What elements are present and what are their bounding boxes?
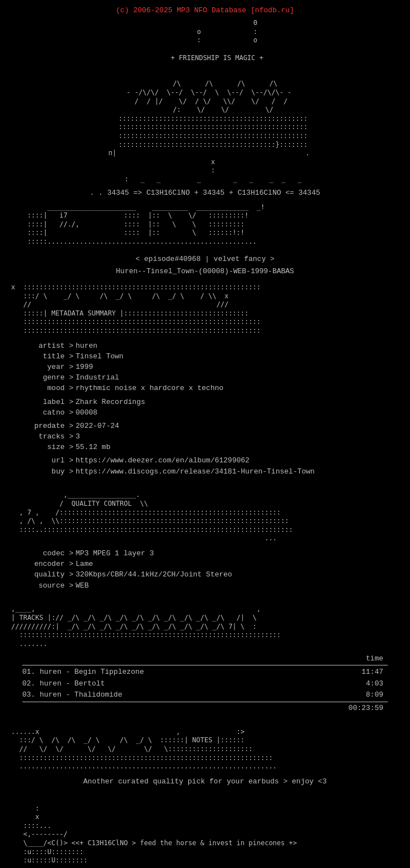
tracks-banner-art: ,____, , | TRACKS |:// _/\ _/\ _/\ _/\ _… bbox=[11, 596, 399, 649]
deco-art-2: ______________________ _________ _______… bbox=[11, 203, 399, 246]
encoder-label: encoder bbox=[11, 559, 67, 569]
label-label: label bbox=[11, 397, 67, 407]
mood-row: mood > rhythmic noise x hardcore x techn… bbox=[11, 383, 399, 393]
source-value: WEB bbox=[76, 581, 89, 591]
catno-row: catno > 00008 bbox=[11, 408, 399, 418]
predate-value: 2022-07-24 bbox=[76, 421, 119, 431]
codec-row: codec > MP3 MPEG 1 layer 3 bbox=[11, 549, 399, 559]
size-label: size bbox=[11, 442, 67, 452]
track-row: 02. huren - Bertolt4:03 bbox=[22, 678, 388, 689]
episode-text: < episode#40968 | velvet fancy > bbox=[135, 255, 275, 263]
total-divider bbox=[22, 702, 388, 702]
title-value: Tinsel Town bbox=[76, 352, 124, 362]
release-text: Huren--Tinsel_Town-(00008)-WEB-1999-BABA… bbox=[116, 267, 294, 275]
url-label: url bbox=[11, 456, 67, 466]
chemical-line: . . 34345 => C13H16ClNO + 34345 + C13H16… bbox=[11, 188, 399, 198]
mood-label: mood bbox=[11, 383, 67, 393]
track-row: 03. huren - Thalidomide8:09 bbox=[22, 689, 388, 701]
title-row: title > Tinsel Town bbox=[11, 352, 399, 362]
mood-value: rhythmic noise x hardcore x techno bbox=[76, 383, 223, 393]
encoder-value: Lame bbox=[76, 559, 93, 569]
track-time: 11:47 bbox=[362, 667, 383, 677]
copyright-text: (c) 2006-2025 MP3 NFO Database [nfodb.ru… bbox=[116, 6, 294, 14]
codec-value: MP3 MPEG 1 layer 3 bbox=[76, 549, 154, 559]
episode-line: < episode#40968 | velvet fancy > bbox=[11, 254, 399, 264]
genre-row: genre > Industrial bbox=[11, 373, 399, 383]
track-time: 8:09 bbox=[366, 690, 383, 700]
track-name: 02. huren - Bertolt bbox=[22, 679, 105, 689]
predate-row: predate > 2022-07-24 bbox=[11, 421, 399, 431]
label-row: label > Zhark Recordings bbox=[11, 397, 399, 407]
notes-message: Another curated quality pick for your ea… bbox=[84, 777, 327, 786]
notes-content: Another curated quality pick for your ea… bbox=[11, 777, 399, 787]
artist-label: artist bbox=[11, 341, 67, 351]
tracks-divider bbox=[22, 665, 388, 665]
page-container: (c) 2006-2025 MP3 NFO Database [nfodb.ru… bbox=[11, 6, 399, 868]
tracks-count-value: 3 bbox=[76, 432, 80, 442]
quality-value: 320Kbps/CBR/44.1kHz/2CH/Joint Stereo bbox=[76, 570, 232, 580]
source-label: source bbox=[11, 581, 67, 591]
total-time-row: 00:23:59 bbox=[22, 703, 388, 713]
catno-value: 00008 bbox=[76, 408, 97, 418]
year-value: 1999 bbox=[76, 362, 93, 372]
quality-row: quality > 320Kbps/CBR/44.1kHz/2CH/Joint … bbox=[11, 570, 399, 580]
url-value: https://www.deezer.com/en/album/61299062 bbox=[76, 456, 250, 466]
track-row: 01. huren - Begin Tipplezone11:47 bbox=[22, 667, 388, 678]
buy-value: https://www.discogs.com/release/34181-Hu… bbox=[76, 467, 315, 477]
track-time: 4:03 bbox=[366, 679, 383, 689]
tracks-list: 01. huren - Begin Tipplezone11:4702. hur… bbox=[22, 667, 388, 701]
genre-value: Industrial bbox=[76, 373, 119, 383]
year-row: year > 1999 bbox=[11, 362, 399, 372]
title-label: title bbox=[11, 352, 67, 362]
size-value: 55.12 mb bbox=[76, 442, 110, 452]
track-name: 01. huren - Begin Tipplezone bbox=[22, 667, 144, 677]
genre-label: genre bbox=[11, 373, 67, 383]
track-name: 03. huren - Thalidomide bbox=[22, 690, 122, 700]
label-value: Zhark Recordings bbox=[76, 397, 145, 407]
release-line: Huren--Tinsel_Town-(00008)-WEB-1999-BABA… bbox=[11, 267, 399, 277]
time-header: time bbox=[22, 654, 388, 664]
encoder-row: encoder > Lame bbox=[11, 559, 399, 569]
catno-label: catno bbox=[11, 408, 67, 418]
header: (c) 2006-2025 MP3 NFO Database [nfodb.ru… bbox=[11, 6, 399, 16]
metadata-content: artist > huren title > Tinsel Town year … bbox=[11, 341, 399, 477]
metadata-banner-art: x ::::::::::::::::::::::::::::::::::::::… bbox=[11, 283, 399, 336]
buy-row: buy > https://www.discogs.com/release/34… bbox=[11, 467, 399, 477]
predate-label: predate bbox=[11, 421, 67, 431]
top-ascii-art: 0 o : : o + FRIENDSHIP IS MAGIC + /\ /\ … bbox=[11, 19, 399, 184]
quality-label: quality bbox=[11, 570, 67, 580]
tracks-count-row: tracks > 3 bbox=[11, 432, 399, 442]
footer-ascii-art: : x ::::... <,--------/ \____/<C()> <<+ … bbox=[11, 796, 399, 865]
artist-row: artist > huren bbox=[11, 341, 399, 351]
notes-banner-art: ......x , :> :::/ \ /\ /\ _/ \ /\ _/ \ :… bbox=[11, 719, 399, 771]
source-row: source > WEB bbox=[11, 581, 399, 591]
buy-label: buy bbox=[11, 467, 67, 477]
quality-banner-art: ,_________________. / QUALITY CONTROL \\… bbox=[11, 482, 399, 543]
year-label: year bbox=[11, 362, 67, 372]
codec-label: codec bbox=[11, 549, 67, 559]
url-row: url > https://www.deezer.com/en/album/61… bbox=[11, 456, 399, 466]
tracks-content: time 01. huren - Begin Tipplezone11:4702… bbox=[11, 654, 399, 713]
artist-value: huren bbox=[76, 341, 97, 351]
tracks-count-label: tracks bbox=[11, 432, 67, 442]
quality-content: codec > MP3 MPEG 1 layer 3 encoder > Lam… bbox=[11, 549, 399, 591]
size-row: size > 55.12 mb bbox=[11, 442, 399, 452]
total-time: 00:23:59 bbox=[349, 704, 383, 712]
